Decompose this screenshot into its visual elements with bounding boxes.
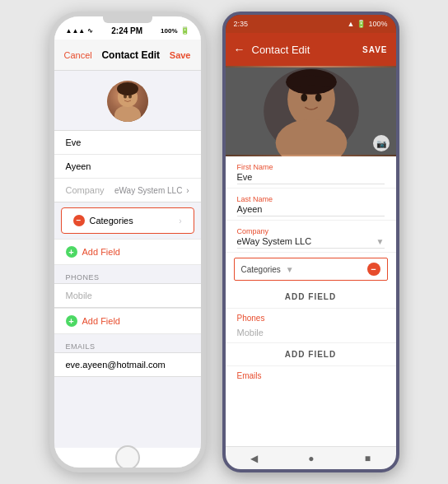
categories-label: Categories (90, 216, 133, 226)
ios-fields: Eve Ayeen Company eWay System LLC › (54, 130, 201, 202)
cancel-button[interactable]: Cancel (64, 50, 92, 60)
android-time: 2:35 (234, 20, 249, 28)
avatar-section (54, 71, 201, 130)
phones-add-label: Add Field (82, 316, 120, 326)
last-name-label: Last Name (237, 195, 385, 203)
last-name-value[interactable]: Ayeen (237, 204, 385, 216)
ios-nav-bar: Cancel Contact Edit Save (54, 40, 201, 71)
first-name-value[interactable]: Eve (237, 172, 385, 184)
avatar[interactable] (107, 81, 148, 122)
company-group: Company eWay System LLC ▼ (226, 221, 396, 253)
photo-face (226, 66, 396, 156)
categories-row[interactable]: Categories ▼ − (234, 258, 388, 281)
categories-label: Categories (241, 265, 281, 274)
avatar-image (107, 81, 148, 122)
android-content: 📷 First Name Eve Last Name Ayeen Company… (226, 66, 396, 446)
company-label: Company (237, 227, 385, 235)
mobile-field[interactable]: Mobile (226, 324, 396, 343)
camera-icon[interactable]: 📷 (373, 135, 390, 151)
last-name-value: Ayeen (66, 161, 91, 171)
save-button[interactable]: Save (170, 50, 191, 60)
categories-dropdown-icon: ▼ (286, 265, 294, 274)
ios-battery: 100% 🔋 (161, 26, 189, 35)
ios-time: 2:24 PM (111, 26, 142, 35)
mobile-placeholder: Mobile (66, 291, 92, 300)
categories-left: − Categories (73, 215, 133, 226)
phones-section-label: Phones (226, 309, 396, 324)
ios-phone: ▲▲▲ ∿ 2:24 PM 100% 🔋 Cancel Contact Edit… (49, 12, 206, 472)
emails-section-label: Emails (226, 366, 396, 382)
android-toolbar: ← Contact Edit SAVE (226, 33, 396, 66)
company-field[interactable]: Company eWay System LLC › (54, 179, 201, 202)
remove-categories-icon[interactable]: − (73, 215, 85, 226)
company-value: eWay System LLC (237, 236, 312, 246)
add-field-button[interactable]: ADD FIELD (226, 286, 396, 309)
nav-back-icon[interactable]: ◀ (250, 453, 258, 464)
svg-point-5 (117, 82, 138, 95)
categories-left: Categories ▼ (241, 265, 294, 274)
emails-fields: eve.ayeen@hotmail.com (54, 352, 201, 377)
android-phone: 2:35 ▲ 🔋 100% ← Contact Edit SAVE (222, 12, 399, 472)
company-value-row[interactable]: eWay System LLC ▼ (237, 236, 385, 249)
home-button[interactable] (115, 445, 140, 470)
first-name-label: First Name (237, 163, 385, 171)
wifi-icon: ▲ (348, 20, 355, 28)
phones-add-field-button[interactable]: ADD FIELD (226, 343, 396, 366)
svg-point-1 (114, 105, 141, 122)
ios-signal: ▲▲▲ ∿ (66, 27, 94, 35)
chevron-right-icon: › (186, 186, 189, 195)
company-value: eWay System LLC › (114, 186, 189, 195)
emails-section-label: EMAILS (54, 339, 201, 352)
signal-icon: ▲▲▲ (66, 27, 86, 35)
android-nav-bar: ◀ ● ■ (226, 446, 396, 469)
first-name-value: Eve (66, 137, 82, 147)
android-status-left: 2:35 (234, 20, 249, 28)
phones-add-field-row[interactable]: + Add Field (54, 308, 201, 334)
contact-photo[interactable]: 📷 (226, 66, 396, 156)
last-name-field[interactable]: Ayeen (54, 155, 201, 179)
ios-notch (103, 16, 152, 23)
save-button[interactable]: SAVE (362, 45, 388, 54)
page-title: Contact Edit (101, 49, 160, 61)
dropdown-arrow-icon: ▼ (376, 237, 385, 246)
email-field[interactable]: eve.ayeen@hotmail.com (54, 353, 201, 376)
battery-text: 100% (161, 27, 177, 35)
android-status-bar: 2:35 ▲ 🔋 100% (226, 15, 396, 33)
android-status-right: ▲ 🔋 100% (348, 20, 388, 28)
mobile-field[interactable]: Mobile (54, 284, 201, 307)
company-label: Company (66, 185, 105, 195)
add-field-label: Add Field (82, 247, 120, 257)
nav-recents-icon[interactable]: ■ (365, 453, 371, 464)
first-name-field[interactable]: Eve (54, 131, 201, 155)
battery-text: 100% (368, 20, 387, 28)
toolbar-title: Contact Edit (252, 44, 357, 56)
wifi-icon: ∿ (87, 27, 93, 35)
chevron-right-icon: › (179, 216, 181, 226)
ios-home-bar (54, 448, 201, 468)
battery-icon: 🔋 (180, 26, 189, 35)
nav-home-icon[interactable]: ● (308, 453, 314, 464)
first-name-group: First Name Eve (226, 156, 396, 188)
phones-fields: Mobile (54, 283, 201, 308)
back-button[interactable]: ← (234, 43, 245, 56)
phones-add-icon: + (66, 315, 77, 327)
phones-section-label: PHONES (54, 270, 201, 283)
email-value: eve.ayeen@hotmail.com (66, 360, 166, 370)
battery-icon: 🔋 (357, 20, 366, 28)
svg-rect-13 (226, 67, 396, 155)
remove-categories-button[interactable]: − (367, 263, 380, 276)
categories-row[interactable]: − Categories › (61, 207, 194, 234)
add-field-row[interactable]: + Add Field (54, 239, 201, 265)
last-name-group: Last Name Ayeen (226, 188, 396, 221)
ios-content: Eve Ayeen Company eWay System LLC › − Ca… (54, 71, 201, 448)
add-icon: + (66, 246, 77, 258)
